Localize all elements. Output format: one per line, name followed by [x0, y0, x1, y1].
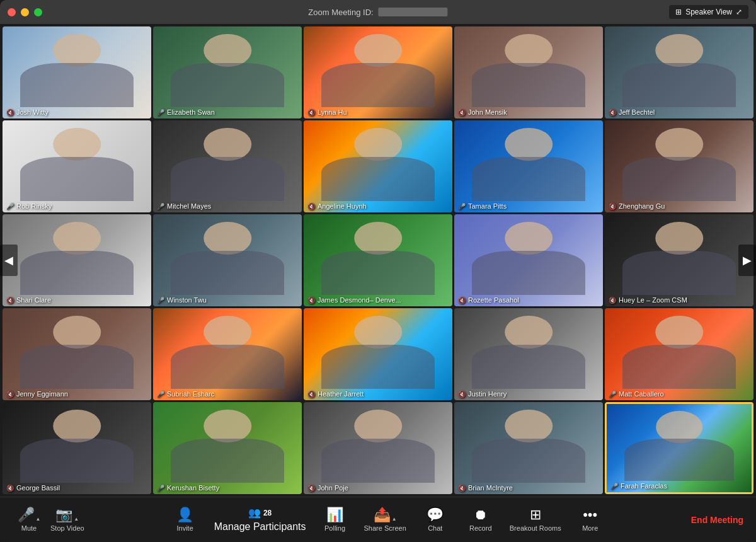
video-cell-matt-caballero[interactable]: 🎤Matt Caballero [605, 308, 753, 400]
minimize-button[interactable] [21, 8, 29, 16]
participant-name: 🎤Winston Twu [157, 296, 207, 304]
participant-name: 🔇Zhenghang Gu [609, 202, 665, 210]
video-cell-farah-faraclas[interactable]: 🎤Farah Faraclas [605, 402, 753, 494]
video-cell-jenny-eggimann[interactable]: 🔇Jenny Eggimann [3, 308, 151, 400]
manage-participants-button[interactable]: 👥 28 Manage Participants [214, 507, 306, 533]
participant-name: 🎤Farah Faraclas [610, 482, 667, 490]
muted-mic-icon: 🔇 [458, 297, 466, 304]
toolbar-center: 👤 Invite 👥 28 Manage Participants 📊 Poll… [84, 507, 691, 533]
video-cell-elizabeth-swan[interactable]: 🎤Elizabeth Swan [153, 26, 302, 118]
more-icon: ••• [583, 508, 597, 522]
video-cell-shari-clare[interactable]: 🔇Shari Clare [3, 214, 151, 306]
participant-name: 🔇John Poje [307, 484, 348, 492]
share-screen-icon: 📤 [374, 508, 391, 522]
participant-name: 🔇Brian McIntyre [458, 484, 513, 492]
video-cell-angeline-huynh[interactable]: 🔇Angeline Huynh [304, 120, 452, 212]
participant-name: 🎤Elizabeth Swan [157, 108, 215, 116]
participant-name: 🔇Jeff Bechtel [609, 108, 655, 116]
muted-mic-icon: 🔇 [458, 109, 466, 116]
video-cell-zhenghang-gu[interactable]: 🔇Zhenghang Gu [605, 120, 753, 212]
title-bar: Zoom Meeting ID: ⊞ Speaker View ⤢ [0, 0, 756, 24]
video-cell-rob-rinsky[interactable]: 🎤Rob Rinsky [3, 120, 151, 212]
mute-icon: 🎤 [18, 508, 35, 522]
video-cell-george-bassil[interactable]: 🔇George Bassil [3, 402, 151, 494]
active-mic-icon: 🎤 [6, 203, 14, 210]
breakout-rooms-button[interactable]: ⊞ Breakout Rooms [510, 508, 561, 532]
muted-mic-icon: 🔇 [6, 109, 14, 116]
chat-icon: 💬 [427, 508, 444, 522]
toolbar: 🎤 ▲ Mute 📷 ▲ Stop Video 👤 Invite [0, 497, 756, 542]
participant-name: 🔇Shari Clare [6, 296, 51, 304]
speaker-view-button[interactable]: ⊞ Speaker View ⤢ [669, 5, 748, 19]
participant-name: 🎤Kerushan Bisetty [157, 484, 219, 492]
invite-button[interactable]: 👤 Invite [169, 508, 202, 532]
participants-icon: 👥 28 [248, 507, 272, 519]
participant-name: 🎤Subriah Esharc [157, 390, 214, 398]
next-page-arrow[interactable]: ▶ [738, 245, 756, 276]
share-screen-button[interactable]: 📤 ▲ Share Screen [364, 508, 406, 532]
active-mic-icon: 🎤 [157, 297, 164, 304]
active-mic-icon: 🎤 [458, 203, 466, 210]
maximize-button[interactable] [34, 8, 42, 16]
participant-name: 🔇Jenny Eggimann [6, 390, 68, 398]
active-mic-icon: 🎤 [157, 203, 164, 210]
close-button[interactable] [8, 8, 16, 16]
muted-mic-icon: 🔇 [609, 203, 616, 210]
polling-button[interactable]: 📊 Polling [319, 508, 352, 532]
chat-button[interactable]: 💬 Chat [419, 508, 452, 532]
video-chevron[interactable]: ▲ [74, 516, 79, 522]
video-cell-josh-witty[interactable]: 🔇Josh Witty [3, 26, 151, 118]
active-mic-icon: 🎤 [610, 483, 618, 490]
participant-name: 🔇Justin Henry [458, 390, 507, 398]
participant-name: 🎤Tamara Pitts [458, 202, 507, 210]
toolbar-right: End Meeting [691, 515, 743, 525]
active-mic-icon: 🎤 [157, 391, 164, 398]
muted-mic-icon: 🔇 [6, 391, 14, 398]
muted-mic-icon: 🔇 [6, 485, 14, 492]
video-grid: 🔇Josh Witty🎤Elizabeth Swan🔇Lynna Hu🔇John… [3, 26, 753, 494]
end-meeting-button[interactable]: End Meeting [691, 515, 743, 525]
participant-name: 🎤Rob Rinsky [6, 202, 52, 210]
video-cell-heather-jarrett[interactable]: 🔇Heather Jarrett [304, 308, 452, 400]
mute-chevron[interactable]: ▲ [36, 516, 41, 522]
traffic-lights [8, 8, 42, 16]
invite-icon: 👤 [176, 508, 193, 522]
participant-name: 🔇George Bassil [6, 484, 60, 492]
active-mic-icon: 🎤 [157, 485, 164, 492]
muted-mic-icon: 🔇 [307, 391, 315, 398]
prev-page-arrow[interactable]: ◀ [0, 245, 18, 276]
more-button[interactable]: ••• More [574, 508, 607, 532]
active-mic-icon: 🎤 [609, 391, 616, 398]
breakout-icon: ⊞ [530, 508, 541, 522]
polling-icon: 📊 [326, 508, 343, 522]
video-cell-kerushan-bisetty[interactable]: 🎤Kerushan Bisetty [153, 402, 302, 494]
participant-name: 🎤Mitchel Mayes [157, 202, 211, 210]
video-cell-mitchel-mayes[interactable]: 🎤Mitchel Mayes [153, 120, 302, 212]
window-title: Zoom Meeting ID: [308, 8, 447, 17]
video-cell-jeff-bechtel[interactable]: 🔇Jeff Bechtel [605, 26, 753, 118]
stop-video-button[interactable]: 📷 ▲ Stop Video [50, 508, 84, 532]
muted-mic-icon: 🔇 [307, 203, 315, 210]
video-cell-james-desmond–-denve...[interactable]: 🔇James Desmond– Denve... [304, 214, 452, 306]
participant-name: 🔇Lynna Hu [307, 108, 347, 116]
record-button[interactable]: ⏺ Record [464, 508, 497, 532]
video-area: ◀ 1/2 ▶ 1/2 🔇Josh Witty🎤Elizabeth Swan🔇L… [0, 24, 756, 497]
video-cell-brian-mcintyre[interactable]: 🔇Brian McIntyre [454, 402, 603, 494]
record-icon: ⏺ [474, 508, 488, 522]
video-cell-subriah-esharc[interactable]: 🎤Subriah Esharc [153, 308, 302, 400]
video-cell-john-poje[interactable]: 🔇John Poje [304, 402, 452, 494]
video-cell-justin-henry[interactable]: 🔇Justin Henry [454, 308, 603, 400]
video-cell-tamara-pitts[interactable]: 🎤Tamara Pitts [454, 120, 603, 212]
share-chevron[interactable]: ▲ [392, 516, 397, 522]
muted-mic-icon: 🔇 [6, 297, 14, 304]
video-cell-john-mensik[interactable]: 🔇John Mensik [454, 26, 603, 118]
participant-name: 🔇John Mensik [458, 108, 507, 116]
mute-button[interactable]: 🎤 ▲ Mute [13, 508, 45, 532]
participant-name: 🔇Rozette Pasahol [458, 296, 519, 304]
video-icon: 📷 [55, 508, 72, 522]
video-cell-lynna-hu[interactable]: 🔇Lynna Hu [304, 26, 452, 118]
video-cell-huey-le-–-zoom-csm[interactable]: 🔇Huey Le – Zoom CSM [605, 214, 753, 306]
video-cell-winston-twu[interactable]: 🎤Winston Twu [153, 214, 302, 306]
muted-mic-icon: 🔇 [458, 391, 466, 398]
video-cell-rozette-pasahol[interactable]: 🔇Rozette Pasahol [454, 214, 603, 306]
